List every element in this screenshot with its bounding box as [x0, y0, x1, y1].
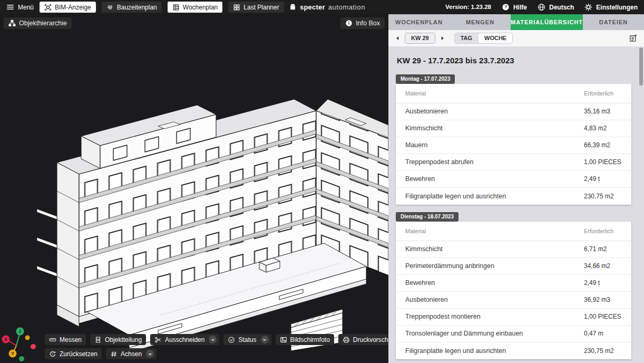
ausschneiden-dropdown[interactable] [209, 336, 217, 343]
language-button[interactable]: Deutsch [538, 3, 574, 11]
required-amount: 34,66 m2 [584, 262, 626, 270]
day-week-toggle: TAG WOCHE [454, 33, 513, 44]
table-row: Perimeterdämmung anbringen 34,66 m2 [396, 258, 631, 275]
table-header: Material Erforderlich [396, 222, 631, 241]
druckvorschau-label: Druckvorschau [353, 337, 388, 343]
table-row: Bewehren 2,49 t [396, 275, 631, 292]
table-row: Kimmschicht 6,71 m2 [396, 241, 631, 258]
info-icon [345, 20, 353, 27]
bim-3d-scene[interactable] [0, 14, 388, 363]
bim-viewport[interactable]: Objekthierarchie Info Box Z X [0, 14, 388, 363]
reset-icon [49, 350, 56, 358]
axis-x-handle[interactable]: X [2, 336, 10, 343]
material-name: Ausbetonieren [405, 296, 584, 304]
tab-materialuebersicht[interactable]: MATERIALÜBERSICHT [511, 14, 583, 30]
required-amount: 4,83 m2 [584, 125, 626, 132]
add-note-button[interactable] [629, 34, 638, 43]
panel-scrollbar[interactable] [639, 47, 643, 85]
info-box-label: Info Box [356, 20, 380, 27]
menu-label: Menü [18, 4, 34, 11]
required-amount: 1,00 PIECES [584, 313, 626, 320]
axis-neg-y-dot[interactable] [25, 336, 30, 340]
table-row: Filigranplatte legen und ausrichten 230,… [396, 188, 631, 205]
required-amount: 1,00 PIECES [584, 158, 626, 166]
achsen-button[interactable]: Achsen [106, 348, 157, 359]
next-week-button[interactable] [438, 34, 447, 43]
nav-bim-anzeige[interactable]: BIM-Anzeige [40, 2, 96, 13]
note-add-icon [629, 34, 638, 43]
axis-neg-x-dot[interactable] [31, 344, 36, 349]
brand-suffix: automation [328, 3, 365, 11]
settings-button[interactable]: Einstellungen [584, 3, 638, 11]
material-overview-content: KW 29 - 17.7.2023 bis 23.7.2023 Montag -… [388, 46, 644, 363]
ausschneiden-button[interactable]: Ausschneiden [150, 334, 219, 345]
nav-bauzeitenplan[interactable]: Bauzeitenplan [102, 2, 162, 13]
column-required: Erforderlich [584, 228, 626, 234]
table-row: Ausbetonieren 36,92 m3 [396, 292, 631, 309]
material-table: Material Erforderlich Kimmschicht 6,71 m… [396, 222, 631, 359]
brand-name: specter [300, 3, 325, 11]
material-name: Bewehren [405, 279, 584, 287]
panel-tabs: WOCHENPLAN MENGEN MATERIALÜBERSICHT DATE… [388, 14, 644, 30]
toggle-tag[interactable]: TAG [455, 33, 478, 43]
axis-z-handle[interactable]: Z [16, 328, 24, 336]
required-amount: 6,71 m2 [584, 245, 626, 253]
druckvorschau-button[interactable]: Druckvorschau [338, 334, 388, 345]
previous-week-button[interactable] [393, 34, 402, 43]
menu-button[interactable]: Menü [6, 3, 34, 11]
tab-wochenplan[interactable]: WOCHENPLAN [388, 14, 450, 30]
building-model [37, 99, 388, 352]
week-selector-button[interactable]: KW 29 [405, 33, 435, 44]
nav-label: Wochenplan [183, 4, 218, 11]
material-name: Filigranplatte legen und ausrichten [405, 193, 584, 200]
week-heading: KW 29 - 17.7.2023 bis 23.7.2023 [397, 56, 631, 65]
zuruecksetzen-label: Zurücksetzen [60, 351, 97, 357]
table-row: Bewehren 2,49 t [396, 171, 631, 188]
nav-wochenplan[interactable]: Wochenplan [168, 2, 223, 13]
printer-icon [343, 336, 350, 343]
material-name: Kimmschicht [405, 245, 584, 253]
ausschneiden-label: Ausschneiden [165, 337, 204, 343]
material-name: Perimeterdämmung anbringen [405, 262, 584, 270]
bildschirmfoto-button[interactable]: Bildschirmfoto [276, 334, 334, 345]
nav-label: Bauzeitenplan [117, 4, 157, 11]
material-name: Filigranplatte legen und ausrichten [405, 347, 584, 355]
tab-dateien[interactable]: DATEIEN [583, 14, 644, 30]
language-label: Deutsch [549, 4, 574, 11]
material-table: Material Erforderlich Ausbetonieren 35,1… [396, 84, 631, 205]
bim-scan-icon [44, 4, 52, 11]
nav-label: BIM-Anzeige [55, 4, 91, 11]
table-row: Filigranplatte legen und ausrichten 230,… [396, 342, 631, 359]
required-amount: 230,75 m2 [584, 347, 626, 355]
status-button[interactable]: Status [223, 334, 271, 345]
gear-icon [584, 3, 592, 11]
axis-y-handle[interactable]: Y [9, 350, 17, 358]
day-badge: Montag - 17.07.2023 [396, 74, 455, 84]
messen-button[interactable]: Messen [45, 334, 86, 345]
object-hierarchy-button[interactable]: Objekthierarchie [4, 17, 72, 29]
week-navigation: KW 29 TAG WOCHE [388, 30, 644, 46]
nav-last-planner[interactable]: Last Planner [228, 2, 284, 13]
achsen-label: Achsen [121, 351, 142, 357]
app-window: Menü BIM-Anzeige Bauzeitenplan Wochenpla… [0, 0, 644, 363]
status-dropdown[interactable] [261, 336, 269, 343]
axis-neg-z-dot[interactable] [19, 356, 24, 361]
objektteilung-button[interactable]: Objektteilung [90, 334, 146, 345]
navigation-gizmo[interactable]: Z X Y [0, 325, 38, 363]
svg-text:?: ? [504, 4, 507, 9]
photo-icon [280, 336, 287, 343]
material-name: Tronsolenlager und Dämmung einbauen [405, 330, 584, 338]
axis-y-label: Y [11, 351, 14, 356]
achsen-dropdown[interactable] [146, 350, 154, 358]
material-name: Treppenpodest montieren [405, 313, 584, 321]
toggle-woche[interactable]: WOCHE [478, 33, 512, 43]
column-required: Erforderlich [584, 90, 626, 97]
required-amount: 2,49 t [584, 279, 626, 286]
help-label: Hilfe [513, 4, 527, 11]
split-icon [94, 336, 102, 343]
zuruecksetzen-button[interactable]: Zurücksetzen [45, 348, 102, 359]
info-box-button[interactable]: Info Box [340, 17, 385, 29]
tab-mengen[interactable]: MENGEN [450, 14, 511, 30]
ghost-icon [289, 3, 297, 11]
help-button[interactable]: ? Hilfe [502, 3, 527, 11]
